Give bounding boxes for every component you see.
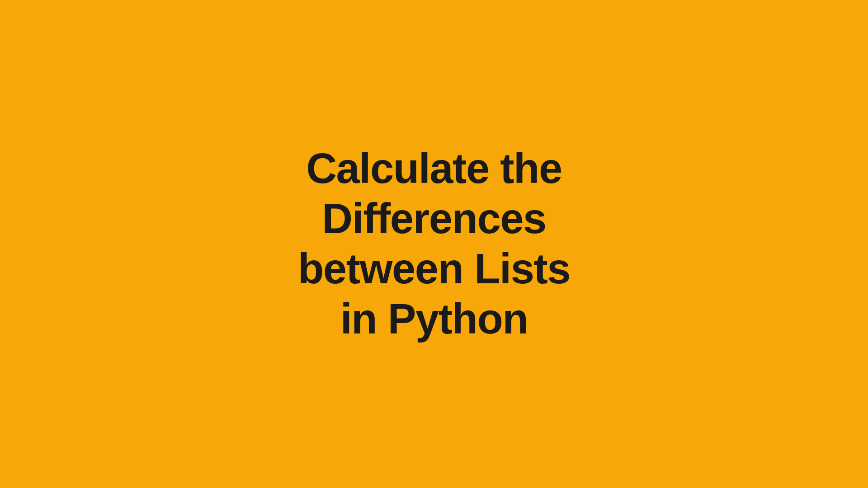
title-line-2: Differences — [298, 194, 570, 244]
title-line-3: between Lists — [298, 244, 570, 294]
title-line-1: Calculate the — [298, 144, 570, 194]
main-title: Calculate the Differences between Lists … — [298, 144, 570, 344]
title-line-4: in Python — [298, 294, 570, 344]
